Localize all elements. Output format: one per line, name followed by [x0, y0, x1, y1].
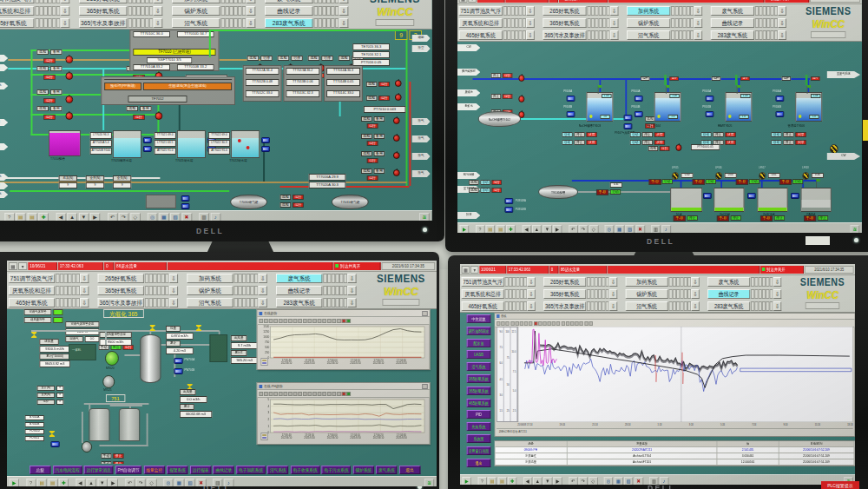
pump-icon[interactable]: [65, 96, 73, 103]
dosing-pump-icon[interactable]: [635, 96, 643, 102]
pump-icon[interactable]: [393, 135, 400, 142]
pump-icon[interactable]: [155, 112, 163, 120]
toolbar-button-icon[interactable]: ◎: [605, 225, 615, 233]
nav-button[interactable]: 加药系统: [627, 6, 670, 16]
toolbar-button-icon[interactable]: ◇: [147, 479, 156, 486]
toolbar-button-icon[interactable]: ▤: [37, 479, 47, 486]
dosing-pump-icon[interactable]: [143, 137, 152, 143]
nav-arrow-icon[interactable]: ⇩: [247, 6, 256, 16]
hmi-chip[interactable]: 手-自: [717, 215, 729, 221]
nav-arrow-icon[interactable]: ⇩: [778, 30, 786, 40]
nav-button[interactable]: 沼气系统: [172, 18, 220, 28]
trend-tool-icon[interactable]: [506, 321, 510, 326]
toolbar-button-icon[interactable]: ▶: [553, 225, 562, 233]
toolbar-button-icon[interactable]: ↶: [108, 213, 118, 221]
hmi-chip[interactable]: 1.0: [600, 115, 609, 119]
nav-arrow-icon[interactable]: ⇩: [247, 18, 256, 28]
quick-nav-button[interactable]: 运行异常消息: [84, 466, 114, 474]
toolbar-button-icon[interactable]: ▲: [533, 477, 542, 485]
nav-button[interactable]: 加药系统: [172, 0, 220, 3]
hmi-chip[interactable]: 手-自: [760, 215, 773, 221]
toolbar-button-icon[interactable]: ▤: [488, 477, 496, 485]
trend-tool-icon[interactable]: [501, 321, 504, 326]
trend-tool-icon[interactable]: [327, 392, 332, 396]
trend-tool-icon[interactable]: [259, 319, 263, 323]
hmi-chip[interactable]: 停止: [113, 453, 123, 459]
nav-button[interactable]: 厌氧系统和总排: [459, 18, 503, 28]
toolbar-button-icon[interactable]: ▥: [651, 225, 661, 233]
nav-arrow-icon[interactable]: ⇩: [80, 298, 89, 307]
nav-button[interactable]: 365污水及事故排: [98, 298, 144, 307]
trend-tool-icon[interactable]: [264, 392, 268, 396]
pump-icon[interactable]: [393, 117, 400, 124]
hmi-chip[interactable]: 自动: [562, 132, 572, 137]
nav-arrow-icon[interactable]: ⇩: [61, 6, 70, 16]
side-nav-button[interactable]: 沼气系统: [467, 362, 490, 371]
fan-icon[interactable]: [82, 441, 92, 453]
hmi-chip[interactable]: 启动: [662, 179, 673, 184]
hmi-chip[interactable]: 停止: [818, 215, 828, 221]
toolbar-button-icon[interactable]: ◀: [523, 477, 532, 485]
toolbar-button-icon[interactable]: ▧: [625, 225, 635, 233]
hmi-chip[interactable]: 运行: [669, 76, 679, 81]
nav-arrow-icon[interactable]: ⇩: [169, 298, 178, 307]
nav-button[interactable]: 沼气系统: [187, 298, 233, 307]
power-led[interactable]: [854, 238, 858, 242]
pump-icon[interactable]: [65, 72, 73, 80]
pump-icon[interactable]: [395, 94, 402, 101]
toolbar-button-icon[interactable]: ◎: [148, 213, 158, 221]
nav-button[interactable]: 265好氧系统: [98, 274, 144, 283]
table-row[interactable]: 水质毒性Archive\LT7043.63046121/06/10 6:07:5…: [495, 453, 854, 459]
nav-arrow-icon[interactable]: ⇩: [609, 277, 617, 287]
trend-tool-icon[interactable]: [273, 319, 278, 323]
hmi-chip[interactable]: 自动: [630, 132, 641, 137]
hmi-chip[interactable]: 运行: [367, 158, 378, 163]
pump-icon[interactable]: [393, 169, 400, 176]
nav-arrow-icon[interactable]: ⇩: [259, 286, 267, 295]
toolbar-button-icon[interactable]: ◀: [76, 479, 85, 486]
hmi-chip[interactable]: 运行: [43, 98, 56, 103]
toolbar-button-icon[interactable]: ♪: [224, 479, 233, 486]
nav-button[interactable]: 沼气系统: [626, 301, 668, 311]
nav-button[interactable]: 365好氧系统: [98, 286, 144, 295]
dosing-pump-icon[interactable]: [703, 193, 712, 199]
toolbar-button-icon[interactable]: ≋: [419, 213, 430, 221]
hmi-chip[interactable]: 运行: [43, 115, 56, 120]
hmi-chip[interactable]: 停止: [731, 215, 741, 221]
toolbar-button-icon[interactable]: ?: [476, 225, 485, 233]
nav-arrow-icon[interactable]: ⇩: [778, 18, 786, 28]
trend-tool-icon[interactable]: [510, 321, 514, 326]
hmi-chip[interactable]: 1.0: [809, 115, 819, 119]
side-nav-button[interactable]: 465好氧系统: [467, 399, 490, 407]
hmi-chip[interactable]: 1.08: [740, 94, 750, 98]
nav-arrow-icon[interactable]: ⇩: [609, 301, 617, 311]
toolbar-button-icon[interactable]: ▤: [48, 479, 57, 486]
nav-button[interactable]: 465好氧系统: [9, 298, 55, 307]
trend-tool-icon[interactable]: [524, 321, 528, 326]
dosing-pump-icon[interactable]: [181, 203, 190, 209]
hmi-chip[interactable]: 自动: [700, 132, 711, 137]
toolbar-button-icon[interactable]: ▥: [213, 479, 222, 486]
toolbar-button-icon[interactable]: ?: [477, 477, 486, 485]
side-nav-button[interactable]: 先知系统: [467, 422, 490, 431]
valve-icon[interactable]: [149, 325, 155, 331]
nav-button[interactable]: 751调节池及气浮: [0, 0, 34, 3]
quick-nav-button[interactable]: 电子加药系统: [236, 466, 266, 474]
side-nav-button[interactable]: 中控总貌: [467, 314, 490, 323]
hmi-chip[interactable]: 手-自: [674, 215, 686, 221]
quick-nav-button[interactable]: 污水电间流程: [53, 466, 82, 474]
hmi-chip[interactable]: 运行: [367, 141, 378, 146]
dosing-pump-icon[interactable]: [706, 96, 714, 102]
hmi-chip[interactable]: 自动: [771, 132, 781, 137]
hmi-chip[interactable]: 1.08: [669, 94, 679, 98]
nav-button[interactable]: 751调节池及气浮: [9, 274, 55, 283]
toolbar-button-icon[interactable]: ▧: [624, 477, 633, 485]
nav-button[interactable]: 曲线记录: [276, 286, 322, 295]
hmi-chip[interactable]: 停止: [687, 215, 698, 221]
toolbar-button-icon[interactable]: ✖: [181, 213, 192, 221]
trend-tool-icon[interactable]: [273, 392, 278, 396]
dosing-pump-icon[interactable]: [567, 111, 575, 117]
toolbar-button-icon[interactable]: ↶: [569, 225, 578, 233]
nav-arrow-icon[interactable]: ⇩: [80, 286, 89, 295]
nav-button[interactable]: 265好氧系统: [79, 0, 127, 3]
